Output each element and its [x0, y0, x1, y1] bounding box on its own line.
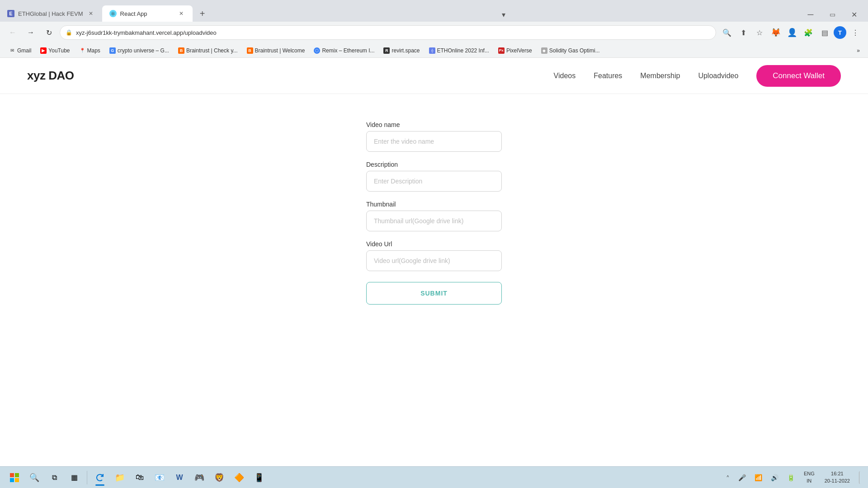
fox-icon[interactable]: 🦊 — [769, 25, 783, 40]
taskbar-clock[interactable]: 16:21 20-11-2022 — [821, 470, 854, 484]
tab-bar: E ETHGlobal | Hack FEVM ✕ ⚛ React App ✕ … — [0, 0, 868, 22]
bookmark-maps[interactable]: 📍 Maps — [75, 47, 104, 55]
windows-icon — [10, 473, 19, 482]
tab-eth-favicon: E — [7, 10, 14, 17]
sidebar-icon[interactable]: ▤ — [817, 25, 832, 40]
address-text: xyz-j6sudr1kk-trymbakmahant.vercel.app/u… — [76, 29, 710, 36]
upload-form-container: Video name Description Thumbnail Video U… — [0, 94, 868, 332]
remix-favicon: ⬡ — [314, 47, 320, 54]
taskbar-edge[interactable] — [91, 469, 109, 487]
extensions-icon[interactable]: 🧩 — [801, 25, 816, 40]
tab-overflow-button[interactable]: ▾ — [496, 7, 511, 22]
edge-icon — [95, 473, 104, 482]
wifi-icon[interactable]: 📶 — [752, 471, 765, 484]
brave-icon: 🦁 — [214, 473, 224, 483]
show-desktop-button[interactable] — [859, 471, 863, 484]
share-icon[interactable]: ⬆ — [736, 25, 750, 40]
taskbar-taskview[interactable]: ⧉ — [45, 469, 63, 487]
minimize-button[interactable]: ─ — [800, 7, 821, 22]
video-name-input[interactable] — [366, 131, 502, 152]
thumbnail-input[interactable] — [366, 211, 502, 231]
bookmark-solidity[interactable]: ◆ Solidity Gas Optimi... — [538, 47, 604, 55]
taskbar-brave[interactable]: 🦁 — [210, 469, 228, 487]
clock-date: 20-11-2022 — [825, 478, 850, 484]
back-button[interactable]: ← — [5, 25, 20, 40]
bookmark-braintrust2[interactable]: B Braintrust | Welcome — [243, 47, 309, 55]
tab-eth[interactable]: E ETHGlobal | Hack FEVM ✕ — [0, 5, 102, 22]
bookmark-maps-label: Maps — [87, 47, 100, 54]
bookmark-star-icon[interactable]: ☆ — [752, 25, 767, 40]
tab-eth-close[interactable]: ✕ — [87, 9, 95, 18]
profile-icon[interactable]: 👤 — [785, 25, 799, 40]
refresh-button[interactable]: ↻ — [42, 25, 56, 40]
battery-icon[interactable]: 🔋 — [785, 471, 797, 484]
bookmark-youtube[interactable]: ▶ YouTube — [37, 47, 73, 55]
bookmark-braintrust1[interactable]: B Braintrust | Check y... — [175, 47, 241, 55]
taskbar-widgets[interactable]: ▦ — [65, 469, 83, 487]
bookmark-remix[interactable]: ⬡ Remix – Ethereum I... — [310, 47, 378, 55]
toolbar-icons: 🔍 ⬆ ☆ 🦊 👤 🧩 ▤ T ⋮ — [720, 25, 863, 40]
taskbar-word[interactable]: W — [170, 469, 189, 487]
tab-react-close[interactable]: ✕ — [177, 9, 185, 18]
app-content: xyz DAO Videos Features Membership Uploa… — [0, 58, 868, 488]
bookmark-remix-label: Remix – Ethereum I... — [322, 47, 374, 54]
taskbar-explorer[interactable]: 📁 — [111, 469, 129, 487]
taskbar-store[interactable]: 🛍 — [131, 469, 149, 487]
video-url-input[interactable] — [366, 250, 502, 271]
bookmark-revirt[interactable]: R revirt.space — [380, 47, 423, 55]
nav-membership[interactable]: Membership — [640, 72, 680, 80]
bookmark-ethonline-label: ETHOnline 2022 Inf... — [437, 47, 489, 54]
taskbar-outlook[interactable]: 📧 — [151, 469, 169, 487]
address-bar[interactable]: 🔒 xyz-j6sudr1kk-trymbakmahant.vercel.app… — [60, 25, 716, 40]
forward-button[interactable]: → — [24, 25, 38, 40]
taskbar-discord[interactable]: 🎮 — [190, 469, 208, 487]
taskbar-search[interactable]: 🔍 — [25, 469, 43, 487]
tab-react-favicon: ⚛ — [109, 10, 117, 17]
mic-icon[interactable]: 🎤 — [736, 471, 749, 484]
taskbar-whatsapp[interactable]: 📱 — [250, 469, 268, 487]
taskbar: 🔍 ⧉ ▦ 📁 🛍 📧 W 🎮 🦁 🔶 📱 ^ 🎤 📶 🔊 🔋 — [0, 466, 868, 488]
nav-features[interactable]: Features — [594, 72, 622, 80]
taskbar-overflow-button[interactable]: ^ — [723, 471, 732, 484]
nav-uploadvideo[interactable]: Uploadvideo — [698, 72, 738, 80]
start-button[interactable] — [5, 469, 24, 487]
ethonline-favicon: ⟠ — [429, 47, 435, 54]
discord-icon: 🎮 — [194, 473, 204, 483]
bookmarks-bar: ✉ Gmail ▶ YouTube 📍 Maps G crypto univer… — [0, 43, 868, 58]
description-field-group: Description — [366, 161, 502, 192]
tab-react[interactable]: ⚛ React App ✕ — [102, 5, 193, 22]
youtube-favicon: ▶ — [40, 47, 47, 54]
braintrust2-favicon: B — [247, 47, 253, 54]
submit-button[interactable]: SUBMIT — [366, 282, 502, 305]
bookmark-pixelverse[interactable]: Px PixelVerse — [495, 47, 536, 55]
nav-links: Videos Features Membership Uploadvideo — [554, 72, 739, 80]
tab-eth-title: ETHGlobal | Hack FEVM — [18, 10, 83, 17]
widgets-icon: ▦ — [71, 473, 78, 482]
bookmarks-more-button[interactable]: » — [854, 47, 863, 55]
video-url-field-group: Video Url — [366, 240, 502, 271]
braintrust1-favicon: B — [178, 47, 184, 54]
crypto-favicon: G — [109, 47, 116, 54]
bookmark-ethonline[interactable]: ⟠ ETHOnline 2022 Inf... — [425, 47, 493, 55]
user-profile-button[interactable]: T — [834, 26, 846, 39]
connect-wallet-button[interactable]: Connect Wallet — [756, 65, 841, 87]
bookmark-crypto[interactable]: G crypto universe – G... — [106, 47, 173, 55]
revirt-favicon: R — [383, 47, 390, 54]
region-text: IN — [807, 478, 811, 484]
menu-icon[interactable]: ⋮ — [848, 25, 863, 40]
new-tab-button[interactable]: + — [194, 5, 211, 22]
description-input[interactable] — [366, 171, 502, 192]
maps-favicon: 📍 — [79, 47, 85, 54]
bookmark-gmail[interactable]: ✉ Gmail — [5, 47, 35, 55]
close-button[interactable]: ✕ — [844, 7, 864, 22]
upload-form: Video name Description Thumbnail Video U… — [366, 121, 502, 305]
search-icon[interactable]: 🔍 — [720, 25, 734, 40]
lock-icon: 🔒 — [66, 29, 72, 36]
taskbar-vlc[interactable]: 🔶 — [230, 469, 248, 487]
outlook-icon: 📧 — [155, 473, 165, 483]
maximize-button[interactable]: ▭ — [822, 7, 843, 22]
svg-rect-1 — [15, 473, 19, 477]
nav-videos[interactable]: Videos — [554, 72, 576, 80]
volume-icon[interactable]: 🔊 — [769, 471, 781, 484]
thumbnail-label: Thumbnail — [366, 201, 502, 208]
